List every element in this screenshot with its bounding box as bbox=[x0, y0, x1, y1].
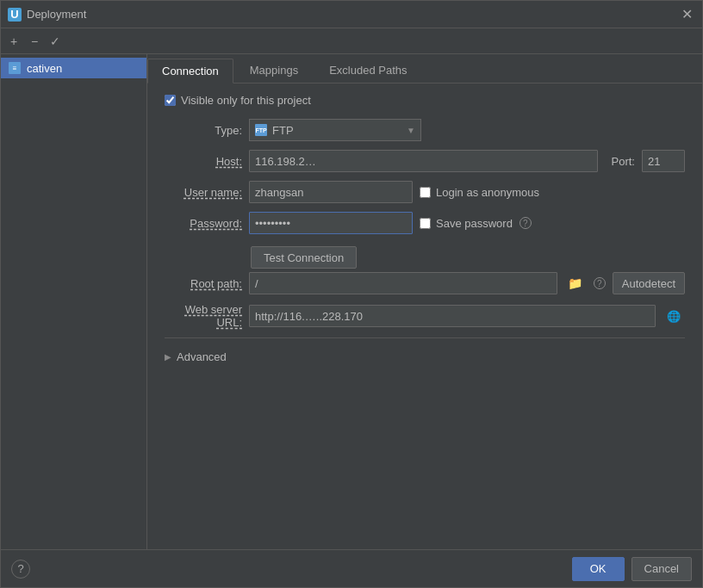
username-input[interactable] bbox=[249, 181, 413, 203]
type-select-wrap[interactable]: FTP FTP ▼ FTP SFTP FTPS bbox=[249, 119, 421, 141]
port-input[interactable] bbox=[642, 150, 685, 172]
add-button[interactable]: + bbox=[4, 32, 23, 51]
save-password-wrap: Save password bbox=[420, 217, 513, 230]
sidebar: ≡ cativen bbox=[1, 54, 147, 549]
deployment-dialog: U Deployment ✕ + − ✓ ≡ cativen Conn bbox=[0, 0, 703, 588]
root-path-folder-icon[interactable]: 📁 bbox=[564, 272, 587, 294]
globe-icon[interactable]: 🌐 bbox=[663, 305, 685, 327]
help-button[interactable]: ? bbox=[11, 560, 30, 579]
root-path-help-icon[interactable]: ? bbox=[594, 277, 606, 289]
visible-only-checkbox[interactable] bbox=[165, 95, 176, 106]
form-area: Visible only for this project Type: FTP … bbox=[147, 84, 702, 549]
host-input[interactable] bbox=[249, 150, 598, 172]
window-title: Deployment bbox=[27, 8, 86, 21]
save-password-label: Save password bbox=[436, 217, 513, 230]
footer: ? OK Cancel bbox=[1, 549, 702, 587]
web-server-url-row: Web server URL: 🌐 bbox=[165, 303, 685, 329]
visible-only-label: Visible only for this project bbox=[181, 94, 311, 107]
autodetect-button[interactable]: Autodetect bbox=[613, 272, 685, 294]
type-row: Type: FTP FTP ▼ FTP SFTP FTPS bbox=[165, 119, 685, 141]
footer-buttons: OK Cancel bbox=[572, 557, 692, 581]
content-area: ≡ cativen Connection Mappings Excluded P… bbox=[1, 54, 702, 549]
password-label: Password: bbox=[165, 217, 242, 230]
remove-button[interactable]: − bbox=[25, 32, 44, 51]
tab-excluded-paths[interactable]: Excluded Paths bbox=[314, 58, 421, 83]
advanced-arrow-icon: ▶ bbox=[165, 352, 171, 362]
tabs-bar: Connection Mappings Excluded Paths bbox=[147, 54, 702, 84]
test-connection-wrap: Test Connection bbox=[165, 243, 685, 272]
root-path-row: Root path: 📁 ? Autodetect bbox=[165, 272, 685, 294]
title-bar: U Deployment ✕ bbox=[1, 1, 702, 28]
anonymous-checkbox[interactable] bbox=[420, 187, 431, 198]
sidebar-item-label: cativen bbox=[27, 62, 62, 75]
anonymous-checkbox-wrap: Login as anonymous bbox=[420, 186, 539, 199]
app-icon: U bbox=[8, 8, 22, 22]
advanced-label: Advanced bbox=[177, 350, 227, 363]
advanced-row[interactable]: ▶ Advanced bbox=[165, 347, 685, 367]
web-server-url-label: Web server URL: bbox=[165, 303, 242, 329]
root-path-input[interactable] bbox=[249, 272, 557, 294]
confirm-button[interactable]: ✓ bbox=[46, 32, 65, 51]
username-label: User name: bbox=[165, 186, 242, 199]
password-help-icon[interactable]: ? bbox=[519, 217, 532, 229]
password-input[interactable] bbox=[249, 212, 413, 234]
type-label: Type: bbox=[165, 124, 242, 137]
title-bar-left: U Deployment bbox=[8, 8, 86, 22]
save-password-checkbox[interactable] bbox=[420, 218, 431, 229]
visible-only-row: Visible only for this project bbox=[165, 94, 685, 107]
host-label: Host: bbox=[165, 155, 242, 168]
divider bbox=[165, 337, 685, 338]
toolbar: + − ✓ bbox=[1, 28, 702, 54]
anonymous-label: Login as anonymous bbox=[436, 186, 539, 199]
tab-mappings[interactable]: Mappings bbox=[235, 58, 313, 83]
password-row: Password: Save password ? bbox=[165, 212, 685, 234]
port-label: Port: bbox=[612, 155, 635, 168]
ftp-server-icon: ≡ bbox=[8, 61, 22, 75]
root-path-label: Root path: bbox=[165, 277, 242, 290]
main-panel: Connection Mappings Excluded Paths Visib… bbox=[147, 54, 702, 549]
web-server-url-input[interactable] bbox=[249, 305, 656, 327]
username-row: User name: Login as anonymous bbox=[165, 181, 685, 203]
tab-connection[interactable]: Connection bbox=[147, 59, 233, 84]
sidebar-item-cativen[interactable]: ≡ cativen bbox=[1, 58, 146, 78]
host-row: Host: Port: bbox=[165, 150, 685, 172]
cancel-button[interactable]: Cancel bbox=[631, 557, 692, 581]
test-connection-button[interactable]: Test Connection bbox=[251, 246, 357, 269]
ok-button[interactable]: OK bbox=[572, 557, 625, 581]
close-button[interactable]: ✕ bbox=[678, 6, 695, 23]
